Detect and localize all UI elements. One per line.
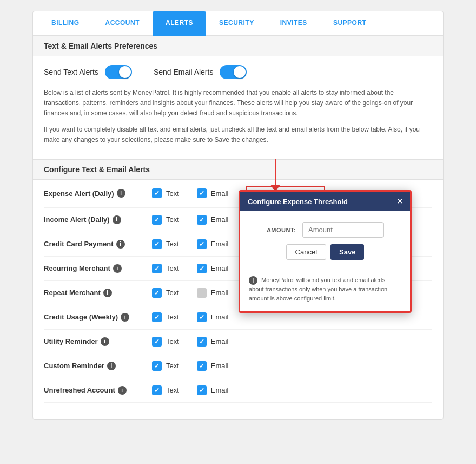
- alert-name-unrefreshed: Unrefreshed Account i: [44, 386, 152, 395]
- modal-amount-label: AMOUNT:: [267, 227, 296, 233]
- checkbox-email-custom[interactable]: [197, 361, 207, 371]
- text-label-unrefreshed: Text: [166, 386, 179, 394]
- modal-save-button[interactable]: Save: [330, 244, 364, 260]
- checkbox-email-recurring[interactable]: [197, 264, 207, 273]
- info-icon-utility[interactable]: i: [101, 337, 109, 346]
- modal-actions: Cancel Save: [249, 244, 401, 260]
- alert-row-custom-reminder: Custom Reminder i Text Email: [44, 354, 432, 378]
- tab-billing[interactable]: BILLING: [38, 11, 92, 36]
- description-2: If you want to completely disable all te…: [44, 125, 432, 145]
- send-email-toggle-item: Send Email Alerts: [154, 65, 247, 79]
- separator2-income: [237, 214, 237, 225]
- preferences-body: Send Text Alerts Send Email Alerts Below…: [33, 56, 443, 159]
- checkbox-text-unrefreshed[interactable]: [152, 385, 162, 395]
- info-icon-custom[interactable]: i: [107, 362, 116, 370]
- info-icon-expense[interactable]: i: [117, 189, 125, 198]
- checkbox-text-credit-card[interactable]: [152, 239, 162, 249]
- checkbox-email-income[interactable]: [197, 215, 207, 225]
- tab-alerts[interactable]: ALERTS: [153, 11, 206, 36]
- configure-section-header: Configure Text & Email Alerts: [33, 159, 443, 180]
- separator-recurring: [188, 263, 188, 274]
- checkbox-text-credit-usage[interactable]: [152, 312, 162, 322]
- checkbox-text-utility[interactable]: [152, 337, 162, 347]
- email-label-income: Email: [211, 215, 229, 224]
- separator-credit-card: [188, 239, 188, 250]
- alert-row-unrefreshed: Unrefreshed Account i Text Email: [44, 378, 432, 403]
- toggle-row: Send Text Alerts Send Email Alerts: [44, 65, 432, 79]
- modal-info-icon: i: [249, 276, 257, 285]
- alert-name-custom: Custom Reminder i: [44, 362, 152, 370]
- alert-name-income: Income Alert (Daily) i: [44, 215, 152, 224]
- modal-amount-row: AMOUNT:: [249, 222, 401, 238]
- modal-footer-note: i MoneyPatrol will send you text and ema…: [249, 269, 401, 303]
- info-icon-recurring[interactable]: i: [113, 264, 122, 273]
- separator-custom: [188, 361, 188, 371]
- send-text-label: Send Text Alerts: [44, 68, 98, 76]
- checkbox-text-recurring[interactable]: [152, 264, 162, 273]
- modal-cancel-button[interactable]: Cancel: [286, 244, 326, 260]
- email-label-repeat: Email: [211, 289, 229, 297]
- send-email-label: Send Email Alerts: [154, 68, 214, 76]
- text-label-expense: Text: [166, 189, 179, 198]
- email-label-credit-card: Email: [211, 240, 229, 248]
- checkbox-text-custom[interactable]: [152, 361, 162, 371]
- email-label-custom: Email: [211, 362, 229, 370]
- modal-title: Configure Expense Threshold: [248, 198, 348, 206]
- send-text-toggle[interactable]: [105, 65, 132, 79]
- alert-controls-credit-usage: Text Email: [152, 312, 432, 323]
- info-icon-unrefreshed[interactable]: i: [118, 386, 127, 395]
- checkbox-email-utility[interactable]: [197, 337, 207, 347]
- modal-arrow-container: Configure Expense Threshold × AMOUNT: Ca…: [239, 185, 412, 313]
- tab-security[interactable]: SECURITY: [206, 11, 267, 36]
- arrow-line: [275, 159, 276, 185]
- separator-utility: [188, 336, 188, 347]
- checkbox-text-expense[interactable]: [152, 188, 162, 198]
- alert-name-recurring: Recurring Merchant i: [44, 264, 152, 273]
- modal-amount-input[interactable]: [302, 222, 384, 238]
- alert-controls-utility: Text Email: [152, 336, 432, 347]
- text-label-custom: Text: [166, 362, 179, 370]
- email-label-utility: Email: [211, 337, 229, 345]
- alert-name-credit-usage: Credit Usage (Weekly) i: [44, 313, 152, 322]
- checkbox-email-credit-card[interactable]: [197, 239, 207, 249]
- separator-repeat: [188, 287, 188, 298]
- tab-support[interactable]: SUPPORT: [320, 11, 380, 36]
- info-icon-credit-usage[interactable]: i: [121, 313, 129, 322]
- tab-account[interactable]: ACCOUNT: [92, 11, 153, 36]
- info-icon-credit-card[interactable]: i: [116, 240, 125, 249]
- text-label-credit-card: Text: [166, 240, 179, 248]
- checkbox-email-repeat[interactable]: [197, 288, 207, 298]
- email-label-expense: Email: [211, 189, 229, 198]
- info-icon-income[interactable]: i: [113, 215, 121, 224]
- email-label-credit-usage: Email: [211, 313, 229, 321]
- separator-credit-usage: [188, 312, 188, 323]
- checkbox-text-income[interactable]: [152, 215, 162, 225]
- alert-name-utility: Utility Reminder i: [44, 337, 152, 346]
- checkbox-email-unrefreshed[interactable]: [197, 385, 207, 395]
- alert-row-utility: Utility Reminder i Text Email: [44, 330, 432, 354]
- text-label-income: Text: [166, 215, 179, 224]
- modal-header: Configure Expense Threshold ×: [240, 192, 410, 211]
- checkbox-email-expense[interactable]: [197, 188, 207, 198]
- alert-name-repeat: Repeat Merchant i: [44, 289, 152, 297]
- alert-name-expense: Expense Alert (Daily) i: [44, 189, 152, 198]
- separator2-expense: [237, 188, 237, 199]
- info-icon-repeat[interactable]: i: [103, 289, 112, 297]
- modal-close-button[interactable]: ×: [398, 197, 402, 206]
- configure-threshold-modal: Configure Expense Threshold × AMOUNT: Ca…: [239, 190, 412, 313]
- send-email-toggle[interactable]: [220, 65, 247, 79]
- page-container: BILLING ACCOUNT ALERTS SECURITY INVITES …: [32, 11, 444, 420]
- separator-unrefreshed: [188, 385, 188, 396]
- send-text-toggle-item: Send Text Alerts: [44, 65, 132, 79]
- modal-body: AMOUNT: Cancel Save i MoneyPatrol will s…: [240, 211, 410, 311]
- checkbox-email-credit-usage[interactable]: [197, 312, 207, 322]
- preferences-section-header: Text & Email Alerts Preferences: [33, 36, 443, 56]
- tab-invites[interactable]: INVITES: [267, 11, 320, 36]
- description-1: Below is a list of alerts sent by MoneyP…: [44, 88, 432, 119]
- text-label-credit-usage: Text: [166, 313, 179, 321]
- alert-name-credit-card: Credit Card Payment i: [44, 240, 152, 249]
- alert-controls-custom: Text Email: [152, 361, 432, 371]
- tabs-container: BILLING ACCOUNT ALERTS SECURITY INVITES …: [33, 11, 443, 36]
- alert-controls-unrefreshed: Text Email: [152, 385, 432, 396]
- checkbox-text-repeat[interactable]: [152, 288, 162, 298]
